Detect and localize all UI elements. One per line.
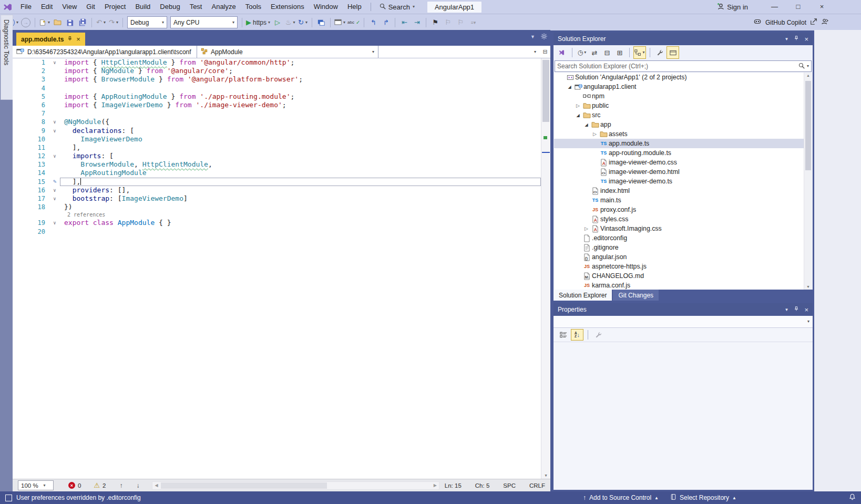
menu-item-edit[interactable]: Edit bbox=[36, 0, 57, 14]
add-to-source-control-button[interactable]: ↑ Add to Source Control ▲ bbox=[583, 494, 659, 501]
fold-collapse-icon[interactable]: ∨ bbox=[49, 58, 60, 67]
tab-list-dropdown-icon[interactable]: ▼ bbox=[530, 34, 535, 39]
sync-with-active-document-icon[interactable]: ⇄ bbox=[589, 47, 600, 58]
menu-item-file[interactable]: File bbox=[16, 0, 36, 14]
toolbar-overflow-button[interactable]: ≡▾ bbox=[467, 16, 479, 29]
code-line-4[interactable]: 4 bbox=[13, 84, 550, 92]
column-indicator[interactable]: Ch: 5 bbox=[475, 482, 490, 489]
auto-hide-pin-icon[interactable] bbox=[794, 306, 799, 313]
categorized-view-icon[interactable] bbox=[558, 330, 569, 340]
notifications-bell-icon[interactable] bbox=[849, 493, 856, 502]
close-panel-icon[interactable]: × bbox=[804, 306, 808, 314]
menu-item-test[interactable]: Test bbox=[185, 0, 207, 14]
preview-in-browser-button[interactable]: ▾ bbox=[333, 16, 346, 29]
tree-item-src[interactable]: ◢src bbox=[554, 110, 812, 120]
fold-collapse-icon[interactable]: ∨ bbox=[49, 219, 60, 227]
hot-reload-button[interactable]: ♨▾ bbox=[284, 16, 296, 29]
scrollbar-thumb[interactable] bbox=[161, 482, 327, 489]
scroll-right-icon[interactable]: ▶ bbox=[432, 483, 439, 488]
pending-changes-filter-icon[interactable]: ◷▾ bbox=[576, 47, 588, 58]
code-line-1[interactable]: 1∨import { HttpClientModule } from '@ang… bbox=[13, 58, 550, 67]
open-file-button[interactable] bbox=[51, 16, 64, 29]
tree-item-app[interactable]: ◢app bbox=[554, 120, 812, 129]
diagnostic-tools-tab[interactable]: Diagnostic Tools bbox=[1, 15, 13, 100]
code-line-6[interactable]: 6import { ImageViewerDemo } from './imag… bbox=[13, 101, 550, 109]
tab-git-changes[interactable]: Git Changes bbox=[613, 290, 659, 301]
code-line-11[interactable]: 11 ], bbox=[13, 143, 550, 152]
tab-close-icon[interactable]: × bbox=[76, 35, 80, 43]
codelens-references[interactable]: 2 references bbox=[13, 211, 550, 219]
collapse-all-icon[interactable]: ⊟ bbox=[601, 47, 613, 58]
solution-name-badge[interactable]: AngularApp1 bbox=[427, 2, 481, 13]
next-bookmark-button[interactable]: ⚐ bbox=[454, 16, 467, 29]
code-line-20[interactable]: 20 bbox=[13, 228, 550, 236]
toggle-bookmark-button[interactable]: ⚑ bbox=[429, 16, 442, 29]
code-line-10[interactable]: 10 ImageViewerDemo bbox=[13, 135, 550, 143]
scroll-down-icon[interactable]: ▼ bbox=[541, 474, 550, 478]
menu-item-git[interactable]: Git bbox=[81, 0, 100, 14]
browser-link-button[interactable] bbox=[315, 16, 327, 29]
new-filter-icon[interactable]: ⊞ bbox=[614, 47, 626, 58]
tree-item-aspnetcore-https.js[interactable]: JSaspnetcore-https.js bbox=[554, 262, 812, 271]
scroll-left-icon[interactable]: ◀ bbox=[152, 483, 160, 488]
previous-issue-icon[interactable]: ↑ bbox=[119, 482, 122, 489]
error-icon[interactable]: × bbox=[68, 482, 75, 489]
code-line-3[interactable]: 3import { BrowserModule } from '@angular… bbox=[13, 75, 550, 84]
minimize-button[interactable]: — bbox=[763, 0, 786, 14]
type-dropdown[interactable]: AppModule ▾ bbox=[197, 46, 378, 58]
scroll-down-icon[interactable]: ▼ bbox=[804, 285, 812, 289]
undo-button[interactable]: ↶▾ bbox=[95, 16, 107, 29]
code-line-18[interactable]: 18}) bbox=[13, 203, 550, 211]
code-line-2[interactable]: 2import { NgModule } from '@angular/core… bbox=[13, 67, 550, 75]
menu-item-tools[interactable]: Tools bbox=[241, 0, 266, 14]
tree-item-angular.json[interactable]: {}angular.json bbox=[554, 252, 812, 262]
line-indicator[interactable]: Ln: 15 bbox=[445, 482, 462, 489]
tree-item-image-viewer-demo.html[interactable]: <>image-viewer-demo.html bbox=[554, 167, 812, 177]
scroll-up-icon[interactable]: ▲ bbox=[804, 74, 812, 77]
increase-indent-icon[interactable]: ⇥ bbox=[411, 16, 423, 29]
tree-item-angularapp1.client[interactable]: ◢angularapp1.client bbox=[554, 82, 812, 91]
fold-collapse-icon[interactable]: ∨ bbox=[49, 127, 60, 135]
auto-hide-pin-icon[interactable] bbox=[794, 35, 799, 43]
close-button[interactable]: × bbox=[810, 0, 834, 14]
search-options-icon[interactable]: ▾ bbox=[807, 64, 809, 68]
tree-item-image-viewer-demo.css[interactable]: Aimage-viewer-demo.css bbox=[554, 158, 812, 167]
solution-explorer-header[interactable]: Solution Explorer ▼ × bbox=[554, 33, 813, 45]
pin-icon[interactable] bbox=[67, 36, 73, 43]
error-count[interactable]: 0 bbox=[78, 482, 81, 489]
tree-item-.gitignore[interactable]: .gitignore bbox=[554, 243, 812, 252]
window-position-icon[interactable]: ▼ bbox=[784, 307, 788, 312]
expander-open-icon[interactable]: ◢ bbox=[582, 122, 590, 127]
navigate-forward-code-icon[interactable]: ↱ bbox=[380, 16, 392, 29]
code-line-16[interactable]: 16∨ providers: [], bbox=[13, 186, 550, 194]
menu-item-extensions[interactable]: Extensions bbox=[266, 0, 309, 14]
fold-collapse-icon[interactable]: ∨ bbox=[49, 186, 60, 194]
editor-horizontal-scrollbar[interactable]: ◀ ▶ bbox=[152, 481, 439, 490]
code-line-12[interactable]: 12∨ imports: [ bbox=[13, 152, 550, 160]
send-feedback-icon[interactable] bbox=[810, 18, 817, 27]
scrollbar-thumb[interactable] bbox=[542, 60, 549, 122]
new-project-button[interactable]: ▾ bbox=[38, 16, 51, 29]
code-line-7[interactable]: 7 bbox=[13, 109, 550, 118]
line-ending-indicator[interactable]: CRLF bbox=[529, 482, 545, 489]
decrease-indent-icon[interactable]: ⇤ bbox=[398, 16, 411, 29]
menu-item-help[interactable]: Help bbox=[343, 0, 366, 14]
code-line-17[interactable]: 17∨ bootstrap: [ImageViewerDemo] bbox=[13, 194, 550, 203]
tree-item-app-routing.module.ts[interactable]: TSapp-routing.module.ts bbox=[554, 148, 812, 158]
navigate-forward-button[interactable]: → bbox=[19, 16, 32, 29]
live-share-icon[interactable] bbox=[821, 18, 828, 27]
tree-item-index.html[interactable]: <>index.html bbox=[554, 186, 812, 196]
search-icon[interactable] bbox=[798, 63, 805, 70]
code-line-19[interactable]: 19∨export class AppModule { } bbox=[13, 219, 550, 227]
solution-search-input[interactable]: Search Solution Explorer (Ctrl+;) ▾ bbox=[555, 60, 812, 72]
expander-open-icon[interactable]: ◢ bbox=[566, 85, 573, 89]
tree-vertical-scrollbar[interactable]: ▲ ▼ bbox=[804, 73, 812, 290]
spell-check-icon[interactable]: abc✓ bbox=[346, 16, 361, 29]
next-issue-icon[interactable]: ↓ bbox=[136, 482, 139, 489]
redo-button[interactable]: ↷▾ bbox=[107, 16, 120, 29]
code-line-13[interactable]: 13 BrowserModule, HttpClientModule, bbox=[13, 160, 550, 169]
expander-closed-icon[interactable]: ▷ bbox=[582, 226, 590, 231]
tree-item-image-viewer-demo.ts[interactable]: TSimage-viewer-demo.ts bbox=[554, 177, 812, 186]
expander-open-icon[interactable]: ◢ bbox=[574, 113, 582, 118]
tree-item-.editorconfig[interactable]: .editorconfig bbox=[554, 233, 812, 243]
